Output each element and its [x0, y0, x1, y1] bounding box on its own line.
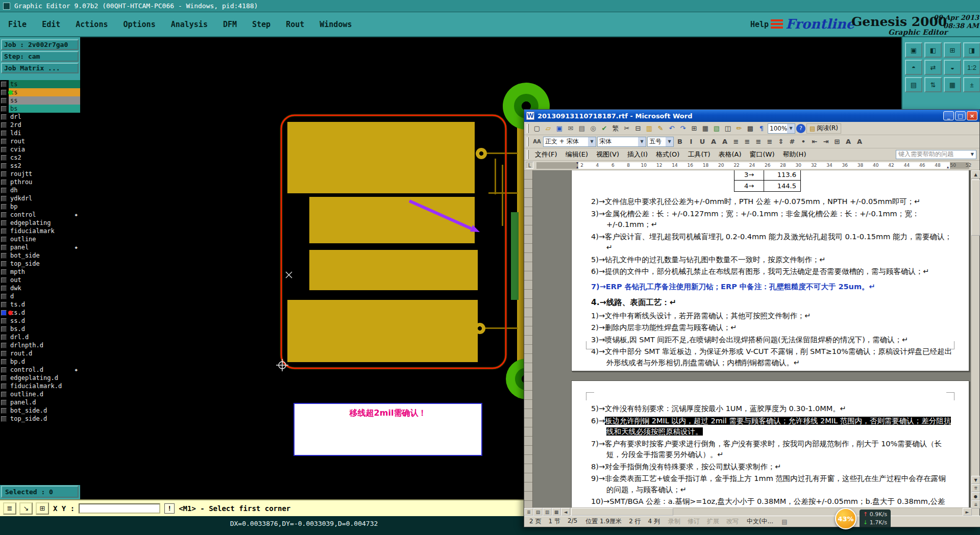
word-menu-item[interactable]: 格式(O) — [652, 150, 683, 159]
layer-checkbox[interactable] — [1, 122, 7, 128]
menu-item[interactable]: Analysis — [171, 20, 208, 29]
drawing-icon[interactable]: ✏ — [734, 123, 744, 134]
new-document-icon[interactable]: ▢ — [532, 123, 542, 134]
layer-checkbox[interactable] — [1, 90, 7, 95]
toolbar-grip[interactable] — [527, 150, 529, 159]
layer-row[interactable]: rout.d — [0, 349, 80, 358]
format-painter-icon[interactable]: ✎ — [655, 123, 666, 134]
swap-horizontal-button[interactable]: ⇄ — [924, 60, 942, 75]
layer-row[interactable]: ss — [0, 96, 80, 105]
layer-checkbox[interactable] — [1, 400, 7, 405]
borders-button[interactable]: ⊞ — [832, 137, 842, 147]
log-window-icon[interactable]: ≣ — [3, 502, 16, 515]
layer-name[interactable]: top_side.d — [9, 415, 80, 423]
layer-name[interactable]: drl.d — [9, 333, 80, 341]
layer-row[interactable]: dh — [0, 186, 80, 194]
columns-icon[interactable]: ◫ — [723, 123, 733, 134]
layer-checkbox[interactable] — [1, 310, 7, 316]
tables-borders-icon[interactable]: ⊞ — [689, 123, 699, 134]
layer-name[interactable]: roujtt — [9, 170, 80, 178]
layer-name[interactable]: panel — [9, 243, 80, 251]
layer-row[interactable]: drl.d — [0, 333, 80, 341]
layer-row[interactable]: bs.d — [0, 325, 80, 333]
layer-row[interactable]: fiducialmark — [0, 227, 80, 235]
help-question-box[interactable]: 键入需要帮助的问题▼ — [896, 150, 976, 159]
layer-checkbox[interactable] — [1, 196, 7, 201]
layer-row[interactable]: control.d ◆ — [0, 366, 80, 374]
layer-row[interactable]: d — [0, 292, 80, 300]
layer-row[interactable]: fiducialmark.d — [0, 382, 80, 390]
layer-name[interactable]: d — [9, 292, 80, 300]
flip-top-button[interactable]: ◓ — [905, 60, 922, 75]
numbering-button[interactable]: # — [787, 137, 797, 147]
layer-row[interactable]: dwk — [0, 284, 80, 292]
layer-name[interactable]: ss — [9, 96, 80, 105]
layer-name[interactable]: outline.d — [9, 390, 80, 398]
layer-row[interactable]: cs.d — [0, 309, 80, 317]
layer-name[interactable]: rout — [9, 137, 80, 145]
layer-row[interactable]: ss2 — [0, 162, 80, 170]
layer-row[interactable]: edgeplating — [0, 219, 80, 227]
layer-checkbox[interactable] — [1, 294, 7, 299]
toolbar-grip[interactable] — [527, 124, 529, 133]
layer-checkbox[interactable] — [1, 326, 7, 332]
layer-checkbox[interactable] — [1, 335, 7, 340]
zoom-ratio-button[interactable]: 1:2 — [963, 60, 980, 75]
italic-button[interactable]: I — [686, 137, 696, 147]
font-size-combo[interactable]: 五号▼ — [647, 137, 674, 147]
layer-name[interactable]: top_side — [9, 260, 80, 268]
layer-name[interactable]: bot_side.d — [9, 406, 80, 415]
increase-indent-button[interactable]: ⇥ — [821, 137, 831, 147]
scrollbar-thumb[interactable] — [571, 508, 673, 516]
status-toggle[interactable]: 改写 — [726, 517, 739, 526]
layer-name[interactable]: ydkdrl — [9, 194, 80, 202]
dropdown-arrow-icon[interactable]: ▼ — [638, 137, 646, 146]
underline-button[interactable]: U — [697, 137, 707, 147]
tab-selector[interactable]: L — [526, 162, 533, 169]
toolbar-grip[interactable] — [527, 137, 529, 146]
flip-bottom-button[interactable]: ◒ — [944, 60, 961, 75]
char-border-button[interactable]: A — [708, 137, 719, 147]
menu-item[interactable]: DFM — [223, 20, 237, 29]
align-left-button[interactable]: ≡ — [731, 137, 741, 147]
job-matrix-button[interactable]: Job Matrix ... — [1, 63, 79, 73]
word-menu-item[interactable]: 帮助(H) — [779, 150, 811, 159]
layer-name[interactable]: panel.d — [9, 398, 80, 406]
help-button[interactable]: ? — [796, 124, 805, 133]
layer-name[interactable]: ss.d — [9, 317, 80, 325]
menu-help[interactable]: Help — [750, 20, 769, 29]
word-titlebar[interactable]: W 20130913110718187.rtf - Microsoft Word… — [524, 110, 979, 122]
styles-pane-icon[interactable]: AA — [532, 137, 542, 147]
layer-row[interactable]: top_side.d — [0, 415, 80, 423]
layer-row[interactable]: bs — [0, 105, 80, 113]
dropdown-arrow-icon[interactable]: ▼ — [666, 137, 673, 146]
scroll-right-button[interactable]: ► — [963, 508, 972, 516]
layer-name[interactable]: bot_side — [9, 251, 80, 260]
spelling-icon[interactable]: ✔ — [599, 123, 609, 134]
web-layout-button[interactable]: ▤ — [533, 508, 543, 516]
zoom-combo[interactable]: 100%▼ — [768, 123, 795, 134]
layer-name[interactable]: mpth — [9, 268, 80, 276]
char-shading-button[interactable]: A — [720, 137, 730, 147]
layer-name[interactable]: 2rd — [9, 121, 80, 129]
align-right-button[interactable]: ≡ — [753, 137, 764, 147]
layer-name[interactable]: ts.d — [9, 300, 80, 309]
layer-checkbox[interactable] — [1, 375, 7, 381]
grid-view-button[interactable]: ▦ — [944, 77, 961, 92]
layer-checkbox[interactable] — [1, 253, 7, 259]
layer-row[interactable]: cs2 — [0, 154, 80, 162]
layer-checkbox[interactable] — [1, 384, 7, 389]
layer-checkbox[interactable] — [1, 408, 7, 414]
layer-name[interactable]: control.d — [9, 366, 80, 374]
restore-button[interactable]: □ — [955, 111, 966, 120]
layer-row[interactable]: ts.d — [0, 300, 80, 309]
bullets-button[interactable]: • — [798, 137, 808, 147]
status-toggle[interactable]: 录制 — [668, 517, 680, 526]
menu-item[interactable]: Step — [252, 20, 271, 29]
insert-excel-icon[interactable]: ▧ — [712, 123, 722, 134]
layer-row[interactable]: cvia — [0, 145, 80, 154]
layer-name[interactable]: cs.d — [9, 309, 80, 317]
close-button[interactable]: × — [967, 111, 977, 120]
word-menu-item[interactable]: 工具(T) — [683, 150, 714, 159]
layer-name[interactable]: bp — [9, 202, 80, 211]
